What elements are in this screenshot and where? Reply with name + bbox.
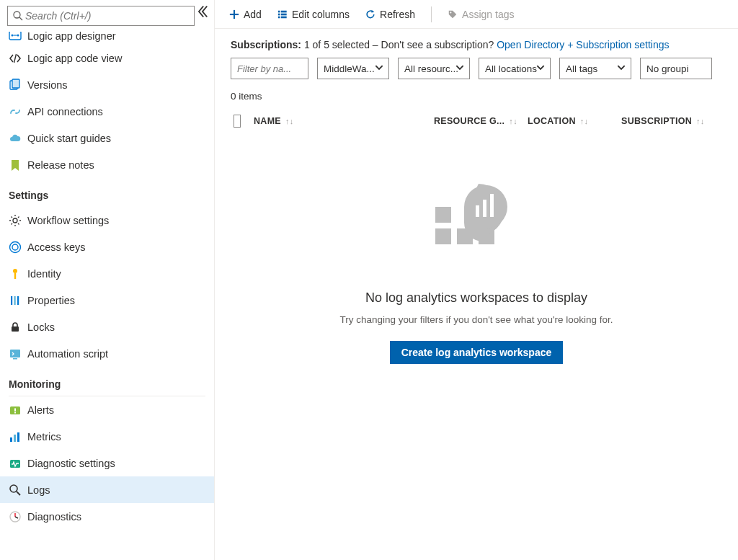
items-count: 0 items: [215, 88, 738, 109]
toolbar-refresh-button[interactable]: Refresh: [365, 9, 415, 20]
table-header: NAME ↑↓ RESOURCE G... ↑↓ LOCATION ↑↓ SUB…: [215, 109, 738, 133]
svg-rect-8: [12, 79, 19, 88]
empty-state-title: No log analytics workspaces to display: [365, 290, 587, 306]
svg-rect-32: [17, 432, 19, 442]
refresh-icon: [365, 9, 375, 19]
svg-line-1: [19, 17, 22, 20]
sidebar-scroll[interactable]: Logic app designer Logic app code view V…: [0, 32, 214, 560]
svg-rect-50: [435, 228, 451, 244]
sidebar-item-quick-start-guides[interactable]: Quick start guides: [0, 125, 214, 151]
svg-rect-44: [281, 10, 287, 12]
sidebar-item-identity[interactable]: Identity: [0, 260, 214, 287]
subscriptions-label: Subscriptions:: [231, 39, 301, 50]
sidebar-item-metrics[interactable]: Metrics: [0, 423, 214, 450]
filter-by-name-input[interactable]: [231, 58, 308, 79]
sidebar-search-input[interactable]: [24, 9, 190, 22]
svg-rect-23: [17, 296, 19, 305]
svg-rect-29: [14, 412, 16, 413]
tag-icon: [448, 9, 458, 19]
logs-icon: [9, 484, 27, 497]
properties-icon: [9, 294, 27, 307]
svg-rect-22: [14, 296, 16, 305]
create-workspace-button[interactable]: Create log analytics workspace: [390, 341, 564, 364]
svg-rect-55: [483, 200, 486, 217]
svg-line-16: [12, 223, 13, 225]
sidebar-item-automation-script[interactable]: Automation script: [0, 340, 214, 367]
select-all-checkbox[interactable]: [234, 115, 241, 128]
subscriptions-row: Subscriptions: 1 of 5 selected – Don't s…: [215, 29, 738, 58]
svg-rect-24: [12, 326, 19, 332]
sidebar-section-settings: Settings: [0, 178, 214, 207]
lock-icon: [9, 321, 27, 334]
sidebar-item-access-keys[interactable]: Access keys: [0, 234, 214, 260]
filter-locations-dropdown[interactable]: All locations: [479, 58, 551, 79]
svg-point-4: [17, 35, 19, 37]
toolbar-edit-columns-button[interactable]: Edit columns: [277, 9, 350, 20]
sidebar-item-label: API connections: [27, 106, 103, 117]
filter-grouping-dropdown[interactable]: No groupi: [640, 58, 712, 79]
sidebar-item-logs[interactable]: Logs: [0, 476, 214, 503]
sidebar-item-diagnostics[interactable]: Diagnostics: [0, 503, 214, 530]
filter-tags-dropdown[interactable]: All tags: [559, 58, 631, 79]
edit-columns-icon: [277, 9, 288, 19]
sidebar-item-workflow-settings[interactable]: Workflow settings: [0, 207, 214, 234]
toolbar-refresh-label: Refresh: [380, 9, 415, 20]
filter-locations-value: All locations: [485, 63, 537, 74]
svg-line-17: [18, 216, 19, 218]
toolbar-add-label: Add: [244, 9, 262, 20]
column-header-location[interactable]: LOCATION ↑↓: [528, 116, 621, 126]
filter-resource-type-dropdown[interactable]: All resourc...: [398, 58, 470, 79]
sidebar-item-label: Properties: [27, 295, 75, 306]
sidebar-item-api-connections[interactable]: API connections: [0, 98, 214, 125]
svg-rect-25: [10, 350, 20, 357]
svg-rect-54: [476, 205, 479, 217]
svg-rect-20: [14, 273, 16, 279]
sidebar-item-diagnostic-settings[interactable]: Diagnostic settings: [0, 450, 214, 476]
column-header-name[interactable]: NAME ↑↓: [254, 116, 434, 126]
sidebar-item-label: Versions: [27, 79, 68, 91]
column-header-subscription[interactable]: SUBSCRIPTION ↑↓: [621, 116, 722, 126]
sidebar-item-label: Diagnostic settings: [27, 458, 115, 469]
column-rg-label: RESOURCE G...: [434, 116, 504, 126]
svg-point-19: [13, 269, 17, 273]
toolbar-add-button[interactable]: Add: [229, 9, 262, 20]
svg-marker-47: [371, 9, 374, 12]
sidebar-section-monitoring: Monitoring: [9, 367, 205, 396]
svg-point-34: [10, 485, 17, 492]
svg-rect-28: [14, 408, 16, 411]
sidebar-item-label: Access keys: [27, 241, 86, 253]
sidebar-collapse-button[interactable]: [195, 4, 210, 19]
sidebar-item-logic-app-code-view[interactable]: Logic app code view: [0, 45, 214, 71]
svg-rect-42: [278, 13, 280, 15]
svg-rect-43: [278, 16, 280, 18]
sidebar-item-alerts[interactable]: Alerts: [0, 396, 214, 423]
versions-icon: [9, 79, 27, 92]
cloud-icon: [9, 132, 27, 145]
sidebar-item-release-notes[interactable]: Release notes: [0, 151, 214, 178]
sidebar-item-label: Logic app designer: [27, 32, 116, 42]
filter-grouping-value: No groupi: [646, 63, 689, 74]
column-header-resource-group[interactable]: RESOURCE G... ↑↓: [434, 116, 528, 126]
sidebar-item-label: Alerts: [27, 404, 54, 416]
sidebar-search[interactable]: [7, 6, 195, 26]
empty-state-subtitle: Try changing your filters if you don't s…: [339, 314, 613, 325]
sidebar-item-locks[interactable]: Locks: [0, 314, 214, 340]
search-icon: [12, 10, 24, 22]
sidebar-item-properties[interactable]: Properties: [0, 287, 214, 314]
chevron-down-icon: [535, 63, 546, 75]
sidebar-item-label: Quick start guides: [27, 133, 111, 144]
column-name-label: NAME: [254, 116, 281, 126]
filter-resource-group-dropdown[interactable]: MiddleWa...: [317, 58, 389, 79]
svg-rect-45: [281, 13, 287, 15]
toolbar-assign-tags-button: Assign tags: [448, 9, 514, 20]
toolbar-assign-tags-label: Assign tags: [462, 9, 514, 20]
sidebar-item-logic-app-designer[interactable]: Logic app designer: [0, 32, 214, 45]
sidebar-item-versions[interactable]: Versions: [0, 71, 214, 98]
toolbar-separator: [431, 6, 432, 22]
svg-rect-56: [490, 194, 494, 217]
subscriptions-link[interactable]: Open Directory + Subscription settings: [497, 39, 669, 50]
sort-icon: ↑↓: [696, 117, 705, 125]
plus-icon: [229, 9, 239, 19]
chevron-down-icon: [455, 63, 465, 75]
filter-tags-value: All tags: [566, 63, 597, 74]
